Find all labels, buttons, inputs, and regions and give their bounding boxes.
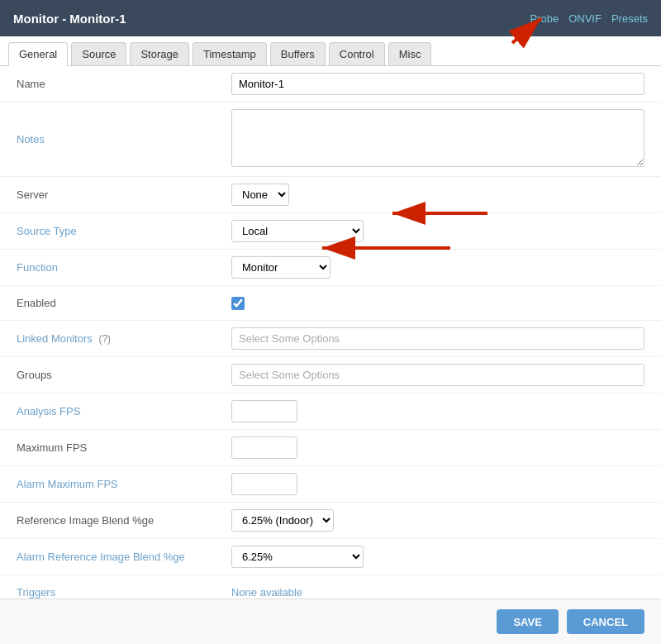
alarm-max-fps-row: Alarm Maximum FPS — [0, 466, 661, 503]
analysis-fps-label: Analysis FPS — [17, 405, 231, 417]
alarm-ref-image-label: Alarm Reference Image Blend %ge — [17, 551, 231, 563]
alarm-max-fps-input[interactable] — [231, 473, 297, 495]
server-row: Server None — [0, 177, 661, 213]
alarm-ref-image-select[interactable]: 6.25% — [231, 546, 364, 568]
server-select[interactable]: None — [231, 184, 289, 206]
notes-row: Notes — [0, 103, 661, 177]
groups-label: Groups — [17, 369, 231, 381]
enabled-control — [231, 297, 644, 310]
form-content: Name Notes Server None Source Type — [0, 66, 661, 644]
linked-monitors-help[interactable]: (?) — [98, 333, 111, 345]
presets-link[interactable]: Presets — [611, 12, 648, 25]
source-type-control: Local Remote Ffmpeg cURL VidFeed — [231, 220, 644, 242]
analysis-fps-control — [231, 400, 644, 422]
notes-control — [231, 109, 644, 169]
tab-misc[interactable]: Misc — [388, 42, 432, 65]
header: Monitor - Monitor-1 Probe ONVIF Presets — [0, 0, 661, 36]
save-button[interactable]: SAVE — [497, 609, 558, 634]
notes-input[interactable] — [231, 109, 644, 167]
name-control — [231, 73, 644, 95]
tab-storage[interactable]: Storage — [130, 42, 189, 65]
page-wrapper: Monitor - Monitor-1 Probe ONVIF Presets … — [0, 0, 661, 644]
header-links: Probe ONVIF Presets — [530, 12, 648, 25]
max-fps-label: Maximum FPS — [17, 441, 231, 454]
source-type-label: Source Type — [17, 225, 231, 237]
tab-timestamp[interactable]: Timestamp — [193, 42, 267, 65]
cancel-button[interactable]: CANCEL — [567, 609, 644, 634]
max-fps-row: Maximum FPS — [0, 430, 661, 466]
alarm-ref-image-control: 6.25% — [231, 546, 644, 568]
tab-source[interactable]: Source — [71, 42, 126, 65]
enabled-row: Enabled — [0, 286, 661, 321]
groups-select[interactable]: Select Some Options — [231, 364, 644, 386]
tab-control[interactable]: Control — [329, 42, 385, 65]
onvif-link[interactable]: ONVIF — [568, 12, 602, 25]
function-label: Function — [17, 261, 231, 274]
linked-monitors-label: Linked Monitors (?) — [17, 332, 231, 345]
name-input[interactable] — [231, 73, 644, 95]
triggers-label: Triggers — [17, 586, 231, 599]
function-row: Function Monitor Modect Record Mocord No… — [0, 250, 661, 286]
groups-row: Groups Select Some Options — [0, 357, 661, 394]
name-label: Name — [17, 78, 231, 90]
enabled-label: Enabled — [17, 297, 231, 309]
footer: SAVE CANCEL — [0, 599, 661, 644]
alarm-max-fps-label: Alarm Maximum FPS — [17, 478, 231, 490]
triggers-value: None available — [231, 586, 302, 599]
tabs: General Source Storage Timestamp Buffers… — [0, 36, 661, 66]
server-label: Server — [17, 188, 231, 201]
max-fps-control — [231, 436, 644, 459]
alarm-max-fps-control — [231, 473, 644, 495]
enabled-checkbox[interactable] — [231, 297, 245, 310]
analysis-fps-input[interactable] — [231, 400, 297, 422]
tab-buffers[interactable]: Buffers — [270, 42, 326, 65]
linked-monitors-control: Select Some Options — [231, 327, 644, 350]
page-title: Monitor - Monitor-1 — [13, 12, 126, 26]
ref-image-control: 6.25% (Indoor) — [231, 509, 644, 532]
groups-control: Select Some Options — [231, 364, 644, 386]
alarm-ref-image-row: Alarm Reference Image Blend %ge 6.25% — [0, 539, 661, 575]
max-fps-input[interactable] — [231, 436, 297, 459]
function-control: Monitor Modect Record Mocord Nodect — [231, 256, 644, 279]
linked-monitors-select[interactable]: Select Some Options — [231, 327, 644, 350]
probe-link[interactable]: Probe — [530, 12, 559, 25]
tab-general[interactable]: General — [8, 42, 68, 66]
name-row: Name — [0, 66, 661, 103]
ref-image-select[interactable]: 6.25% (Indoor) — [231, 509, 334, 532]
server-control: None — [231, 184, 644, 206]
notes-label: Notes — [17, 133, 231, 145]
ref-image-row: Reference Image Blend %ge 6.25% (Indoor) — [0, 503, 661, 539]
triggers-control: None available — [231, 586, 644, 599]
source-type-row: Source Type Local Remote Ffmpeg cURL Vid… — [0, 213, 661, 250]
analysis-fps-row: Analysis FPS — [0, 394, 661, 430]
source-type-select[interactable]: Local Remote Ffmpeg cURL VidFeed — [231, 220, 364, 242]
function-select[interactable]: Monitor Modect Record Mocord Nodect — [231, 256, 330, 279]
ref-image-label: Reference Image Blend %ge — [17, 514, 231, 527]
linked-monitors-row: Linked Monitors (?) Select Some Options — [0, 321, 661, 357]
